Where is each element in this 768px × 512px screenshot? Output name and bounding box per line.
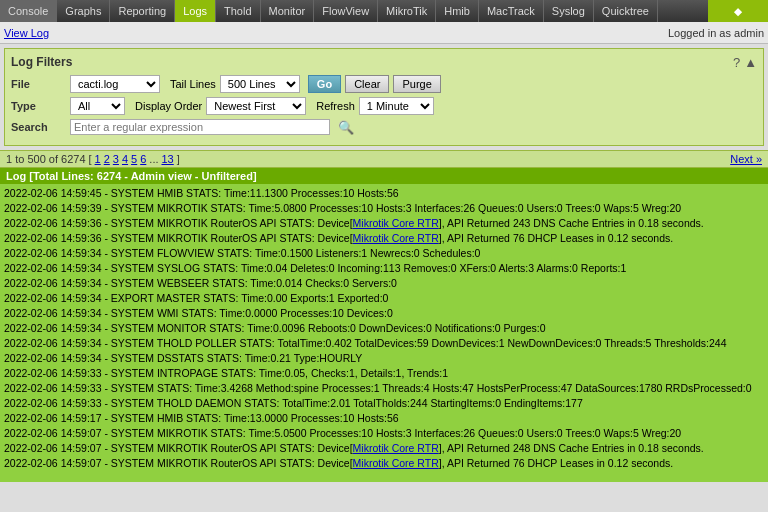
page-4[interactable]: 4 [122,153,128,165]
file-select[interactable]: cacti.log [70,75,160,93]
collapse-icon[interactable]: ▲ [744,55,757,70]
help-icon[interactable]: ? [733,55,740,70]
nav-tab-console[interactable]: Console [0,0,57,22]
log-line: 2022-02-06 14:59:36 - SYSTEM MIKROTIK Ro… [4,231,764,246]
logged-in-label: Logged in as admin [668,27,764,39]
nav-tab-flowview[interactable]: FlowView [314,0,378,22]
file-label: File [11,78,66,90]
page-2[interactable]: 2 [104,153,110,165]
page-1[interactable]: 1 [95,153,101,165]
pagination-bar: 1 to 500 of 6274 [ 1 2 3 4 5 6 ... 13 ] … [0,150,768,168]
log-line: 2022-02-06 14:59:34 - SYSTEM DSSTATS STA… [4,351,764,366]
nav-tab-mikrotik[interactable]: MikroTik [378,0,436,22]
log-line: 2022-02-06 14:59:34 - SYSTEM SYSLOG STAT… [4,261,764,276]
type-select[interactable]: All [70,97,125,115]
tail-lines-label: Tail Lines [170,78,216,90]
log-line: 2022-02-06 14:59:17 - SYSTEM HMIB STATS:… [4,411,764,426]
page-3[interactable]: 3 [113,153,119,165]
log-line: 2022-02-06 14:59:34 - SYSTEM FLOWVIEW ST… [4,246,764,261]
log-line: 2022-02-06 14:59:34 - SYSTEM WEBSEER STA… [4,276,764,291]
tail-lines-select[interactable]: 500 Lines [220,75,300,93]
page-range: 1 to 500 of 6274 [6,153,86,165]
display-order-label: Display Order [135,100,202,112]
display-order-select[interactable]: Newest First [206,97,306,115]
page-5[interactable]: 5 [131,153,137,165]
purge-button[interactable]: Purge [393,75,440,93]
filter-row-file: File cacti.log Tail Lines 500 Lines Go C… [11,75,757,93]
log-line: 2022-02-06 14:59:07 - SYSTEM MIKROTIK ST… [4,426,764,441]
page-6[interactable]: 6 [140,153,146,165]
log-line: 2022-02-06 14:59:34 - SYSTEM MONITOR STA… [4,321,764,336]
go-button[interactable]: Go [308,75,341,93]
nav-tab-syslog[interactable]: Syslog [544,0,594,22]
nav-tab-logs[interactable]: Logs [175,0,216,22]
page-bracket-open: [ [89,153,92,165]
log-line: 2022-02-06 14:59:33 - SYSTEM INTROPAGE S… [4,366,764,381]
log-line: 2022-02-06 14:59:07 - SYSTEM MIKROTIK Ro… [4,441,764,456]
next-page-link[interactable]: Next » [730,153,762,165]
log-line: 2022-02-06 14:59:36 - SYSTEM MIKROTIK Ro… [4,216,764,231]
nav-tab-monitor[interactable]: Monitor [261,0,315,22]
page-ellipsis: ... [149,153,158,165]
device-link[interactable]: Mikrotik Core RTR [353,442,439,454]
log-line: 2022-02-06 14:59:34 - SYSTEM WMI STATS: … [4,306,764,321]
log-line: 2022-02-06 14:59:33 - SYSTEM THOLD DAEMO… [4,396,764,411]
type-label: Type [11,100,66,112]
nav-tab-mactrack[interactable]: MacTrack [479,0,544,22]
search-label: Search [11,121,66,133]
page-bracket-close: ] [177,153,180,165]
log-line: 2022-02-06 14:59:34 - SYSTEM THOLD POLLE… [4,336,764,351]
log-line: 2022-02-06 14:59:45 - SYSTEM HMIB STATS:… [4,186,764,201]
log-filters-panel: Log Filters ? ▲ File cacti.log Tail Line… [4,48,764,146]
log-line: 2022-02-06 14:59:07 - SYSTEM MIKROTIK Ro… [4,456,764,471]
log-line: 2022-02-06 14:59:39 - SYSTEM MIKROTIK ST… [4,201,764,216]
nav-tab-thold[interactable]: Thold [216,0,261,22]
refresh-select[interactable]: 1 Minute [359,97,434,115]
filter-row-search: Search 🔍 [11,119,757,135]
app-logo: ◆ [708,0,768,22]
refresh-label: Refresh [316,100,355,112]
search-input[interactable] [70,119,330,135]
log-line: 2022-02-06 14:59:33 - SYSTEM STATS: Time… [4,381,764,396]
nav-tab-reporting[interactable]: Reporting [110,0,175,22]
filters-title: Log Filters [11,55,72,69]
device-link[interactable]: Mikrotik Core RTR [353,217,439,229]
nav-tab-graphs[interactable]: Graphs [57,0,110,22]
filter-row-type: Type All Display Order Newest First Refr… [11,97,757,115]
log-content[interactable]: 2022-02-06 14:59:45 - SYSTEM HMIB STATS:… [0,184,768,482]
device-link[interactable]: Mikrotik Core RTR [353,232,439,244]
view-log-link[interactable]: View Log [4,27,49,39]
top-navigation: Console Graphs Reporting Logs Thold Moni… [0,0,768,22]
clear-button[interactable]: Clear [345,75,389,93]
page-13[interactable]: 13 [162,153,174,165]
device-link[interactable]: Mikrotik Core RTR [353,457,439,469]
search-icon: 🔍 [338,120,354,135]
nav-tab-quicktree[interactable]: Quicktree [594,0,658,22]
nav-tab-hmib[interactable]: Hmib [436,0,479,22]
log-header: Log [Total Lines: 6274 - Admin view - Un… [0,168,768,184]
page-links: 1 to 500 of 6274 [ 1 2 3 4 5 6 ... 13 ] [6,153,180,165]
log-line: 2022-02-06 14:59:34 - EXPORT MASTER STAT… [4,291,764,306]
